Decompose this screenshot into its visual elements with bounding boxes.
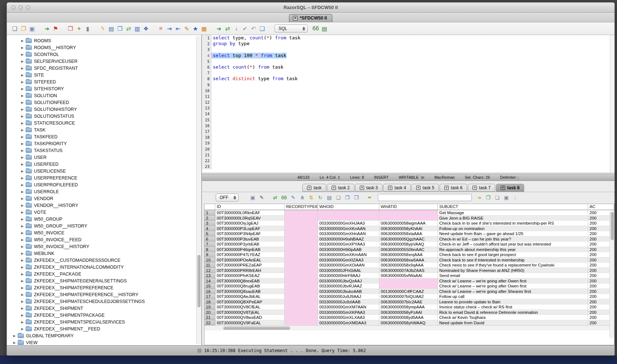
table-cell-whoid[interactable] [318,216,379,221]
expand-arrow-icon[interactable]: ▶ [20,238,25,242]
expand-arrow-icon[interactable]: ▶ [20,252,25,255]
commit-check-icon[interactable]: ✔ [241,25,249,32]
describe-table-icon[interactable]: ▤ [325,194,333,202]
sql-editor[interactable]: 1select type, count(*) from task2group b… [202,35,614,173]
table-cell-subject[interactable]: Get Massage [438,210,588,216]
tree-item-sitefeed[interactable]: ▶SITEFEED [7,78,201,85]
close-tab-icon[interactable]: ✕ [388,186,392,190]
expand-arrow-icon[interactable]: ▶ [20,46,25,49]
tree-item-w50-invoice[interactable]: ▶W50_INVOICE [7,229,201,236]
table-cell-recordtypeid[interactable] [285,237,318,242]
tree-item-rooms-history[interactable]: ▶ROOMS__HISTORY [7,44,201,51]
results-tab-task[interactable]: ✕task [302,184,326,192]
table-cell-whoid[interactable]: 0033000000GmXM7AAN [318,304,379,310]
titlebar[interactable]: RazorSQL – SFDCW50 II [7,3,614,13]
table-cell-id[interactable]: 00T3000000PfvKSEAZ [215,273,285,278]
results-list-icon[interactable]: ▤ [320,25,328,32]
expand-arrow-icon[interactable]: ▶ [20,293,25,296]
close-tab-icon[interactable]: ✕ [416,186,420,190]
new-file-icon[interactable]: ❏ [11,25,19,32]
table-cell-whoid[interactable]: 0033000000GmXIZAA3 [318,257,379,263]
table-cell-recordtypeid[interactable] [285,226,318,231]
table-cell-num[interactable]: 19 [204,304,215,310]
tree-item-zkfedex-internationalcommodity[interactable]: ▶ZKFEDEX__INTERNATIONALCOMMODITY [7,264,201,270]
tree-item-userlicense[interactable]: ▶USERLICENSE [7,168,201,174]
table-row[interactable]: 1700T3000000QAeJbEAL0033000000Ju9J9AAJ00… [204,294,614,299]
table-row[interactable]: 400T3000000P3LopEAF0033000000GmXKnAAN006… [204,226,614,231]
expand-arrow-icon[interactable]: ▶ [20,80,25,84]
tree-item-w50-invoice-history[interactable]: ▶W50_INVOICE__HISTORY [7,243,201,250]
table-cell-whoid[interactable]: 0033000000GmXOiAAN [318,263,379,268]
table-cell-whoid[interactable]: 0033000000H9aNBAAZ [318,237,379,242]
table-cell-whoid[interactable]: 0033000000GmXMDAA3 [318,320,379,326]
copy-results-icon[interactable]: ❐ [344,194,351,202]
expand-arrow-icon[interactable]: ▶ [20,169,25,173]
table-cell-subject[interactable]: Nominated by Shane Freeman at ANZ (HR50) [438,268,588,273]
table-cell-whatid[interactable]: 00630000005S0bnAAC [379,247,438,252]
table-row[interactable]: 2000T3000000QV8TjEAL0033000000GmXKPAA300… [204,310,614,315]
tree-item-w50-group[interactable]: ▶W50_GROUP [7,216,201,222]
query-builder-icon[interactable]: ❑ [258,25,266,32]
expand-arrow-icon[interactable]: ▶ [20,156,25,159]
table-cell-subject[interactable]: Check nexis to see if they've found a re… [438,263,588,268]
favorites-star-icon[interactable]: ★ [191,25,199,32]
expand-arrow-icon[interactable]: ▶ [20,162,25,166]
table-cell-subject[interactable]: Leanne to provide update to Bain [438,299,588,305]
table-row[interactable]: 1100T3000000PREZaEAP0033000000GmXOiAAN00… [204,263,614,268]
find-next-icon[interactable]: ➜ [475,194,483,202]
results-tab-task-2[interactable]: ✕task 2 [327,184,354,192]
table-cell-id[interactable]: 00T3000000QAeJbEAL [215,294,285,299]
column-header-subject[interactable]: SUBJECT [438,204,588,210]
save-file-icon[interactable]: ▣ [28,25,36,32]
expand-arrow-icon[interactable]: ▶ [20,245,25,248]
table-cell-id[interactable]: 00T3000000QV8wsEAD [215,315,285,320]
column-header-rownum[interactable] [204,204,215,210]
table-cell-num[interactable]: 20 [204,310,215,315]
column-header-recordtypeid[interactable]: RECORDTYPEID [285,204,318,210]
close-tab-icon[interactable]: ✕ [332,186,336,190]
table-cell-recordtypeid[interactable] [285,263,318,268]
highlight-pen-icon[interactable]: ✒ [366,194,374,202]
tree-item-taskstatus[interactable]: ▶TASKSTATUS [7,147,201,154]
expand-arrow-icon[interactable]: ▶ [20,135,25,139]
table-cell-recordtypeid[interactable] [285,247,318,252]
table-cell-whatid[interactable]: 00630000005xfWaAAI [379,273,438,278]
tree-item-zkfedex-shipment-feed[interactable]: ▶ZKFEDEX__SHIPMENT__FEED [7,325,201,332]
table-cell-num[interactable]: 4 [204,226,215,231]
table-cell-id[interactable]: 00T3000000QV8TjEAL [215,310,285,315]
table-cell-num[interactable]: 18 [204,299,215,305]
table-cell-whatid[interactable]: 006300000058xrqAAA [379,252,438,257]
tree-scrollbar[interactable] [196,36,201,344]
refresh-pages-icon[interactable]: ⇄ [125,25,133,32]
close-tab-icon[interactable]: ✕ [473,186,477,190]
table-cell-num[interactable]: 16 [204,289,215,294]
table-cell-recordtypeid[interactable] [285,231,318,237]
table-cell-whatid[interactable]: 0013000000C4fFCAAZ [379,289,438,294]
table-cell-whoid[interactable]: 0033000000JbukoAAB [318,289,379,294]
expand-arrow-icon[interactable]: ▶ [20,142,25,146]
expand-arrow-icon[interactable]: ▶ [20,183,25,187]
indent-sql-icon[interactable]: ⇥ [165,25,173,32]
table-cell-whatid[interactable]: 00630000007A3bZAAS [379,268,438,273]
table-cell-id[interactable]: 00T3000000POeAnEAL [215,257,285,263]
expand-arrow-icon[interactable]: ▶ [20,53,25,56]
reload-table-icon[interactable]: ↻ [316,194,324,202]
expand-arrow-icon[interactable]: ▶ [20,114,25,118]
table-cell-subject[interactable]: Check back to see if interested in membe… [438,257,588,263]
table-cell-num[interactable]: 2 [204,216,215,221]
results-tab-task-4[interactable]: ✕task 4 [383,184,411,192]
editor-scrollbar[interactable] [610,35,614,173]
table-cell-id[interactable]: 00T3000000Q8sauEAB [215,289,285,294]
copy-row-icon[interactable]: ❏ [335,194,342,202]
disconnect-icon[interactable]: ⚑ [52,25,60,32]
table-cell-num[interactable]: 6 [204,237,215,242]
tree-item-w50-invoice-feed[interactable]: ▶W50_INVOICE__FEED [7,236,201,243]
tree-item-userfeed[interactable]: ▶USERFEED [7,161,201,168]
copy-table-icon[interactable]: ❒ [66,25,74,32]
expand-arrow-icon[interactable]: ▶ [20,320,25,324]
tree-item-user[interactable]: ▶USER [7,154,201,161]
results-tab-task-7[interactable]: ✕task 7 [468,184,495,192]
close-tab-icon[interactable]: ✕ [293,16,298,21]
describe-icon[interactable]: ▤ [107,25,115,32]
table-cell-whatid[interactable]: 006300000058wgmAAA [379,221,438,226]
